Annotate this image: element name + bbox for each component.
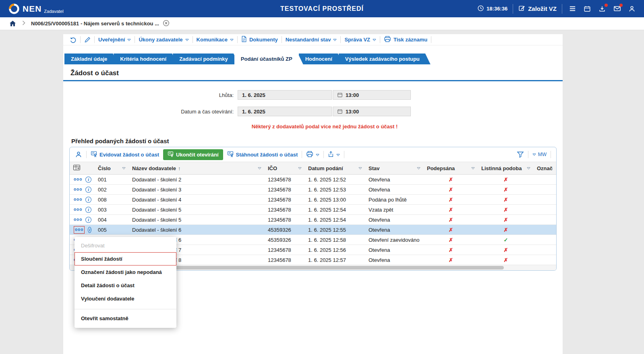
column-header-ico[interactable]: IČO [265, 162, 305, 174]
opening-date-field[interactable]: 1. 6. 2025 [238, 107, 332, 116]
filter-caret-icon[interactable] [527, 167, 530, 170]
print-table-button[interactable] [306, 151, 319, 158]
cell-oznac [534, 195, 556, 204]
export-icon [328, 151, 334, 158]
calendar-icon[interactable] [582, 4, 592, 14]
tab[interactable]: Kritéria hodnocení [114, 54, 177, 64]
calendar-icon [337, 109, 343, 114]
table-row[interactable]: ooo i 001 Dodavatel - školení 2 12345678… [70, 175, 556, 185]
row-info-icon[interactable]: i [85, 177, 91, 183]
cell-listinna-podoba: ✗ [478, 195, 534, 204]
evidovat-zadost-button[interactable]: Evidovat žádost o účast [91, 150, 159, 158]
mail-icon[interactable] [612, 4, 622, 14]
row-info-icon[interactable]: i [85, 197, 91, 203]
tab[interactable]: Výsledek zadávacího postupu [339, 54, 431, 64]
breadcrumb-record[interactable]: N006/25/V00005181 - Nájem serverů s tech… [31, 20, 170, 28]
tab[interactable]: Podání účastníků ZP [234, 54, 303, 64]
column-header-stav[interactable]: Stav [365, 162, 424, 174]
row-info-icon[interactable]: i [88, 227, 91, 233]
column-header-oznac[interactable]: Označ [534, 162, 556, 174]
participant-icon[interactable] [75, 151, 82, 158]
chevron-down-icon [316, 152, 319, 158]
filter-icon[interactable] [517, 151, 524, 158]
row-info-icon[interactable]: i [85, 187, 91, 193]
opening-time-field[interactable]: 13:00 [333, 107, 411, 116]
cell-cislo: 001 [95, 175, 129, 184]
menu-hamburger-icon[interactable] [567, 4, 577, 14]
chevron-down-icon [373, 37, 376, 43]
filter-caret-icon[interactable] [417, 167, 420, 170]
ukoncit-oteviranie-button[interactable]: Ukončit otevírání [163, 149, 223, 160]
download-icon[interactable] [597, 4, 607, 14]
column-header-cislo[interactable]: Číslo [95, 162, 129, 174]
cell-listinna-podoba: ✗ [478, 255, 534, 265]
filter-caret-icon[interactable] [258, 167, 261, 170]
certificate-icon [91, 150, 97, 158]
column-header-datum[interactable]: Datum podání [305, 162, 365, 174]
tab[interactable]: Základní údaje [64, 54, 118, 64]
menu-sprava-vz[interactable]: Správa VZ [344, 37, 376, 43]
undo-icon[interactable] [70, 36, 77, 43]
row-actions-icon[interactable]: ooo [74, 187, 82, 191]
row-actions-icon[interactable]: ooo [74, 177, 82, 181]
menu-dokumenty[interactable]: Dokumenty [241, 36, 278, 43]
table-row[interactable]: ooo i 005 Dodavatel - školení 6 45359326… [70, 225, 556, 235]
tab[interactable]: Zadávací podmínky [173, 54, 239, 64]
tab[interactable]: Hodnocení [299, 54, 343, 64]
context-menu-item[interactable]: Otevřít samostatně [75, 309, 176, 325]
divider [94, 36, 95, 43]
edit-record-icon[interactable] [84, 37, 91, 43]
filter-caret-icon[interactable] [298, 167, 302, 170]
column-header-listinna[interactable]: Listinná podoba [478, 162, 534, 174]
sort-asc-icon: ↑ [178, 165, 181, 171]
menu-ukony-zadavatele[interactable]: Úkony zadavatele [139, 37, 188, 43]
context-menu-item[interactable]: Sloučení žádostí [75, 252, 176, 266]
table-row[interactable]: ooo i 004 Dodavatel - školení 5 12345678… [70, 215, 556, 225]
row-actions-icon[interactable]: ooo [74, 198, 82, 202]
column-header-nazev[interactable]: Název dodavatele↑ [129, 162, 265, 174]
cell-podepsana: ✗ [424, 225, 478, 235]
home-icon[interactable] [9, 20, 17, 27]
stahnout-zadosti-button[interactable]: Stáhnout žádosti o účast [227, 150, 298, 158]
export-button[interactable] [328, 151, 340, 158]
chevron-down-icon [185, 37, 189, 43]
cell-ico: 12345678 [265, 195, 305, 204]
cell-stav: Otevření zaevidováno [365, 235, 424, 245]
context-menu-item[interactable]: Detail žádosti o účast [75, 279, 176, 292]
mw-dropdown[interactable]: MW [532, 152, 547, 157]
row-info-icon[interactable]: i [85, 217, 91, 223]
menu-nestandardni-stav[interactable]: Nestandardní stav [286, 37, 337, 43]
menu-tisk-zaznamu[interactable]: Tisk záznamu [384, 36, 427, 43]
row-actions-icon[interactable]: ooo [74, 218, 82, 222]
row-info-icon[interactable]: i [85, 207, 91, 213]
row-actions-icon[interactable]: ooo [74, 208, 82, 212]
cell-ico: 12345678 [265, 175, 305, 184]
cell-nazev-dodavatele: Dodavatel - školení 4 [129, 195, 265, 204]
divider [344, 151, 344, 158]
deadline-time-field[interactable]: 13:00 [333, 90, 411, 100]
context-menu-item[interactable]: Vyloučení dodavatele [75, 292, 176, 305]
table-row[interactable]: ooo i 003 Dodavatel - školení 5 12345678… [70, 205, 556, 215]
context-menu-item[interactable]: Označení žádosti jako nepodaná [75, 266, 176, 279]
brand-home[interactable]: NEN Zadavatel [8, 3, 64, 15]
table-row[interactable]: ooo i 008 Dodavatel - školení 4 12345678… [70, 195, 556, 205]
filter-caret-icon[interactable] [122, 167, 126, 170]
divider [431, 36, 431, 43]
cell-ico: 12345678 [265, 185, 305, 194]
create-vz-button[interactable]: Založit VZ [518, 5, 557, 13]
row-actions-icon[interactable]: ooo [74, 226, 85, 234]
filter-caret-icon[interactable] [358, 167, 362, 170]
cell-listinna-podoba: ✗ [478, 175, 534, 184]
user-icon[interactable] [627, 4, 637, 14]
close-record-icon[interactable] [163, 20, 170, 28]
deadline-date-field[interactable]: 1. 6. 2025 [238, 90, 332, 100]
menu-komunikace[interactable]: Komunikace [197, 37, 234, 43]
divider [562, 4, 562, 14]
column-header-podepsana[interactable]: Podepsána [424, 162, 478, 174]
context-menu-list: Dešifrovat Sloučení žádostí Označení žád… [75, 239, 176, 325]
column-settings[interactable] [70, 162, 95, 174]
table-row[interactable]: ooo i 002 Dodavatel - školení 3 12345678… [70, 185, 556, 195]
filter-caret-icon[interactable] [471, 167, 475, 170]
overview-title: Přehled podaných žádostí o účast [71, 138, 563, 144]
menu-uverejneni[interactable]: Uveřejnění [98, 37, 131, 43]
